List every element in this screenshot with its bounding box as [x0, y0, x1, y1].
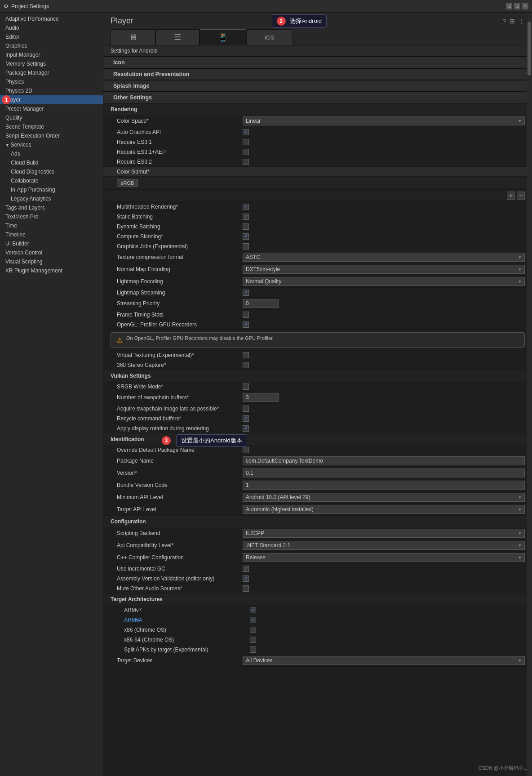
sidebar-item-quality[interactable]: Quality — [0, 113, 103, 122]
display-rotation-checkbox[interactable] — [243, 425, 249, 432]
texture-compression-value[interactable]: ASTC — [243, 253, 525, 262]
require-es31-value[interactable] — [243, 139, 525, 145]
target-api-value[interactable]: Automatic (highest installed) — [243, 505, 525, 514]
frame-timing-checkbox[interactable] — [243, 312, 249, 318]
target-devices-value[interactable]: All Devices — [243, 656, 525, 665]
sidebar-item-tagsandlayers[interactable]: Tags and Layers — [0, 203, 103, 212]
srgb-write-checkbox[interactable] — [243, 384, 249, 390]
layout-icon[interactable]: ⊞ — [510, 18, 515, 25]
window-controls[interactable]: ⊟ ⊡ ✕ — [506, 3, 528, 9]
dynamic-batching-value[interactable] — [243, 223, 525, 230]
texture-compression-select[interactable]: ASTC — [243, 253, 525, 262]
auto-graphics-value[interactable] — [243, 129, 525, 135]
armv7-checkbox[interactable] — [250, 607, 256, 613]
bundle-version-value[interactable]: 1 — [243, 481, 525, 490]
sidebar-item-presetmanager[interactable]: Preset Manager — [0, 104, 103, 113]
section-splash[interactable]: Splash Image — [103, 80, 532, 92]
sidebar-item-time[interactable]: Time — [0, 221, 103, 230]
sidebar-item-textmeshpro[interactable]: TextMesh Pro — [0, 212, 103, 221]
add-color-gamut-button[interactable]: + — [507, 192, 515, 200]
sidebar-item-scriptexecution[interactable]: Script Execution Order — [0, 131, 103, 140]
x86-64-checkbox[interactable] — [250, 637, 256, 643]
split-apks-checkbox[interactable] — [250, 647, 256, 653]
maximize-button[interactable]: ⊡ — [514, 3, 520, 9]
api-compat-value[interactable]: .NET Standard 2.1 — [243, 541, 525, 550]
lightmap-encoding-select[interactable]: Normal Quality — [243, 277, 525, 286]
opengl-profiler-checkbox[interactable] — [243, 321, 249, 328]
recycle-cmd-value[interactable] — [243, 415, 525, 422]
recycle-cmd-checkbox[interactable] — [243, 415, 249, 422]
section-resolution[interactable]: Resolution and Presentation — [103, 68, 532, 80]
sidebar-item-audio[interactable]: Audio — [0, 23, 103, 32]
virtual-texturing-value[interactable] — [243, 352, 525, 358]
normal-map-select[interactable]: DXT5nm-style — [243, 265, 525, 274]
color-space-value[interactable]: Linear — [243, 116, 525, 125]
sidebar-item-graphics[interactable]: Graphics — [0, 41, 103, 50]
streaming-priority-value[interactable]: 0 — [243, 299, 525, 308]
srgb-write-value[interactable] — [243, 384, 525, 390]
sidebar-item-xrplugin[interactable]: XR Plugin Management — [0, 266, 103, 275]
color-space-select[interactable]: Linear — [243, 116, 525, 125]
sidebar-item-uibuilder[interactable]: UI Builder — [0, 239, 103, 248]
sidebar-item-cloudbuild[interactable]: Cloud Build — [0, 158, 103, 167]
acquire-swapchain-value[interactable] — [243, 406, 525, 412]
incremental-gc-checkbox[interactable] — [243, 566, 249, 572]
sidebar-item-inputmanager[interactable]: Input Manager — [0, 50, 103, 59]
graphics-jobs-checkbox[interactable] — [243, 243, 249, 250]
incremental-gc-value[interactable] — [243, 566, 525, 572]
virtual-texturing-checkbox[interactable] — [243, 352, 249, 358]
x86-value[interactable] — [250, 627, 525, 633]
sidebar-item-collaborate[interactable]: Collaborate — [0, 176, 103, 185]
package-name-input[interactable]: com.DefaultCompany.TextDemo — [243, 456, 525, 465]
scripting-backend-value[interactable]: IL2CPP — [243, 529, 525, 538]
version-value[interactable]: 0.1 — [243, 468, 525, 477]
armv7-value[interactable] — [250, 607, 525, 613]
override-package-value[interactable] — [243, 447, 525, 453]
more-icon[interactable]: ⋮ — [519, 18, 525, 25]
arm64-checkbox[interactable] — [250, 617, 256, 623]
require-es32-value[interactable] — [243, 159, 525, 165]
sidebar-item-clouddiagnostics[interactable]: Cloud Diagnostics — [0, 167, 103, 176]
section-icon[interactable]: Icon — [103, 57, 532, 68]
lightmap-streaming-value[interactable] — [243, 290, 525, 296]
cpp-compiler-value[interactable]: Release — [243, 553, 525, 562]
x86-64-value[interactable] — [250, 637, 525, 643]
remove-color-gamut-button[interactable]: − — [517, 192, 525, 200]
stereo-capture-value[interactable] — [243, 362, 525, 368]
bundle-version-input[interactable]: 1 — [243, 481, 525, 490]
assembly-validation-checkbox[interactable] — [243, 575, 249, 582]
sidebar-item-ads[interactable]: Ads — [0, 149, 103, 158]
dynamic-batching-checkbox[interactable] — [243, 223, 249, 230]
tab-pc[interactable]: 🖥 — [111, 29, 155, 45]
sidebar-item-physics[interactable]: Physics — [0, 77, 103, 86]
sidebar-item-adaptive[interactable]: Adaptive Performance — [0, 14, 103, 23]
opengl-profiler-value[interactable] — [243, 321, 525, 328]
sidebar-item-packagemanager[interactable]: Package Manager — [0, 68, 103, 77]
swapchain-buffers-value[interactable]: 3 — [243, 393, 525, 402]
static-batching-checkbox[interactable] — [243, 214, 249, 220]
require-es31-checkbox[interactable] — [243, 139, 249, 145]
minimize-button[interactable]: ⊟ — [506, 3, 512, 9]
display-rotation-value[interactable] — [243, 425, 525, 432]
sidebar-item-editor[interactable]: Editor — [0, 32, 103, 41]
normal-map-value[interactable]: DXT5nm-style — [243, 265, 525, 274]
graphics-jobs-value[interactable] — [243, 243, 525, 250]
mute-audio-checkbox[interactable] — [243, 585, 249, 592]
lightmap-encoding-value[interactable]: Normal Quality — [243, 277, 525, 286]
tab-universal[interactable]: ☰ — [155, 29, 200, 45]
require-es31aep-checkbox[interactable] — [243, 149, 249, 155]
close-button[interactable]: ✕ — [522, 3, 528, 9]
help-icon[interactable]: ? — [502, 18, 506, 25]
sidebar-item-scenetemplate[interactable]: Scene Template — [0, 122, 103, 131]
package-name-value[interactable]: com.DefaultCompany.TextDemo — [243, 456, 525, 465]
require-es32-checkbox[interactable] — [243, 159, 249, 165]
tab-android[interactable]: 📱 2 选择Android — [200, 29, 246, 45]
split-apks-value[interactable] — [250, 647, 525, 653]
min-api-select[interactable]: Android 10.0 (API level 29) — [243, 493, 525, 502]
acquire-swapchain-checkbox[interactable] — [243, 406, 249, 412]
min-api-value[interactable]: Android 10.0 (API level 29) — [243, 493, 525, 502]
multithreaded-value[interactable] — [243, 204, 525, 210]
compute-skinning-value[interactable] — [243, 233, 525, 240]
x86-checkbox[interactable] — [250, 627, 256, 633]
swapchain-buffers-input[interactable]: 3 — [243, 393, 279, 402]
